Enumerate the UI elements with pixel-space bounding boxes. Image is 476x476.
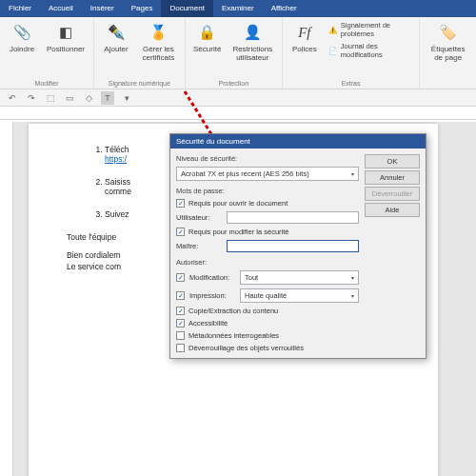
menu-pages[interactable]: Pages	[123, 0, 162, 17]
restrictions-button[interactable]: 👤Restrictions utilisateur	[229, 20, 276, 64]
req-mod-checkbox[interactable]: ✓	[176, 228, 185, 236]
tool3-icon[interactable]: ◇	[82, 91, 95, 105]
ajouter-button[interactable]: ✒️Ajouter	[100, 20, 132, 64]
add-signature-icon: ✒️	[106, 22, 127, 43]
paperclip-icon: 📎	[11, 22, 32, 43]
undo-icon[interactable]: ↶	[6, 91, 19, 105]
req-open-checkbox[interactable]: ✓	[176, 199, 185, 208]
annuler-button[interactable]: Annuler	[365, 170, 420, 185]
journal-icon: 📄	[328, 47, 337, 55]
doc-link[interactable]: https:/	[105, 154, 127, 164]
impression-checkbox[interactable]: ✓	[176, 291, 185, 300]
lock-icon: 🔒	[197, 22, 218, 43]
menu-accueil[interactable]: Accueil	[40, 0, 82, 17]
signalement-button[interactable]: ⚠️Signalement de problèmes	[327, 20, 413, 39]
etiquettes-button[interactable]: 🏷️Étiquettes de page	[426, 20, 470, 64]
warning-icon: ⚠️	[328, 26, 337, 34]
meta-checkbox[interactable]	[176, 331, 185, 340]
dialog-title: Sécurité du document	[170, 134, 426, 149]
impression-select[interactable]: Haute qualité	[240, 288, 359, 303]
securite-button[interactable]: 🔒Sécurité	[191, 20, 224, 64]
aide-button[interactable]: Aide	[365, 203, 420, 217]
modification-select[interactable]: Tout	[240, 270, 359, 285]
positionner-button[interactable]: ◧Positionner	[44, 20, 88, 55]
edit-toolbar: ↶ ↷ ⬚ ▭ ◇ T ▾	[0, 89, 476, 107]
menu-inserer[interactable]: Insérer	[82, 0, 123, 17]
utilisateur-input[interactable]	[227, 211, 359, 224]
font-icon: Ff	[294, 22, 315, 43]
ok-button[interactable]: OK	[365, 154, 420, 169]
menu-afficher[interactable]: Afficher	[263, 0, 306, 17]
group-signature: Signature numérique	[100, 78, 179, 89]
deverr-checkbox[interactable]	[176, 344, 185, 352]
access-checkbox[interactable]: ✓	[176, 319, 185, 327]
position-icon: ◧	[55, 22, 76, 43]
tool2-icon[interactable]: ▭	[63, 91, 76, 105]
niveau-label: Niveau de sécurité:	[176, 154, 359, 163]
tags-icon: 🏷️	[438, 22, 459, 43]
group-extras: Extras	[288, 78, 413, 89]
mots-section: Mots de passe:	[176, 187, 359, 195]
autoriser-section: Autoriser:	[176, 258, 359, 267]
menu-bar: Fichier Accueil Insérer Pages Document E…	[0, 0, 476, 17]
security-dialog: Sécurité du document Niveau de sécurité:…	[169, 133, 426, 359]
deverrouiller-button[interactable]: Déverrouiller	[365, 187, 420, 201]
dropdown-icon[interactable]: ▾	[120, 91, 133, 105]
user-restriction-icon: 👤	[242, 22, 263, 43]
certificate-icon: 🏅	[148, 22, 169, 43]
ribbon: 📎Joindre ◧Positionner Modifier ✒️Ajouter…	[0, 17, 476, 89]
copie-checkbox[interactable]: ✓	[176, 307, 185, 315]
polices-button[interactable]: FfPolices	[288, 20, 321, 60]
modification-checkbox[interactable]: ✓	[176, 273, 185, 282]
maitre-input[interactable]	[227, 240, 359, 252]
joindre-button[interactable]: 📎Joindre	[6, 20, 38, 55]
niveau-select[interactable]: Acrobat 7X et plus récent (AES 256 bits)	[176, 167, 359, 181]
menu-document[interactable]: Document	[161, 0, 212, 17]
horizontal-ruler	[0, 107, 476, 120]
group-modifier: Modifier	[6, 78, 88, 89]
menu-fichier[interactable]: Fichier	[0, 0, 40, 17]
journal-button[interactable]: 📄Journal des modifications	[327, 41, 413, 60]
tool-icon[interactable]: ⬚	[44, 91, 57, 105]
menu-examiner[interactable]: Examiner	[213, 0, 263, 17]
vertical-ruler	[0, 122, 13, 476]
redo-icon[interactable]: ↷	[25, 91, 38, 105]
group-protection: Protection	[191, 78, 276, 89]
gerer-certificats-button[interactable]: 🏅Gérer les certificats	[138, 20, 179, 64]
text-tool-icon[interactable]: T	[101, 91, 114, 105]
